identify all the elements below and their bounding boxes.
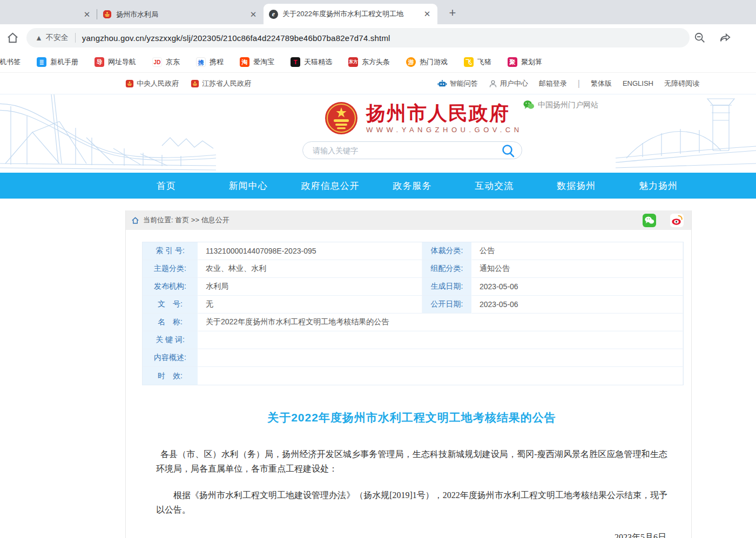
link-english[interactable]: ENGLISH: [623, 79, 653, 87]
meta-pub-date-value: 2023-05-06: [472, 296, 683, 314]
wechat-icon: [523, 100, 535, 110]
games-favicon: 游: [406, 57, 416, 67]
nav-news-center[interactable]: 新闻中心: [207, 173, 289, 199]
meta-keywords-label: 关 键 词:: [143, 331, 198, 349]
omnibox-divider: [75, 33, 76, 43]
meta-group-value: 通知公告: [472, 260, 683, 278]
nav-government-services[interactable]: 政务服务: [372, 173, 454, 199]
nav-charming-yangzhou[interactable]: 魅力扬州: [617, 173, 699, 199]
meta-org-label: 发布机构:: [143, 278, 198, 296]
bookmark-hot-games[interactable]: 游热门游戏: [406, 57, 448, 67]
article-paragraph: 各县（市、区）水利（务）局，扬州经济开发区城乡事务管理局，生态科技新城规划建设局…: [156, 447, 667, 476]
site-favicon-icon: e: [269, 10, 278, 19]
link-central-government[interactable]: 中央人民政府: [125, 79, 179, 88]
meta-doc-no-label: 文 号:: [143, 296, 198, 314]
link-jiangsu-government[interactable]: 江苏省人民政府: [191, 79, 251, 88]
national-emblem-logo: [324, 101, 359, 135]
tmall-favicon: T: [291, 57, 300, 67]
meta-keywords-value: [198, 331, 683, 349]
nav-government-info[interactable]: 政府信息公开: [289, 173, 372, 199]
bookmark-jd[interactable]: JD京东: [152, 57, 180, 67]
user-icon: [489, 79, 497, 88]
taobao-favicon: 淘: [240, 57, 249, 67]
bookmark-tmall[interactable]: T天猫精选: [291, 57, 332, 67]
url-input[interactable]: ▲ 不安全 yangzhou.gov.cn/yzszxxgk/slj/20230…: [26, 28, 690, 47]
nav-interaction[interactable]: 互动交流: [453, 173, 535, 199]
bookmark-phone-bookmarks[interactable]: 机书签: [0, 57, 21, 67]
not-secure-label[interactable]: 不安全: [46, 33, 69, 43]
warning-icon: ▲: [35, 33, 43, 42]
nav-data-yangzhou[interactable]: 数据扬州: [535, 173, 617, 199]
bookmark-url-navigation[interactable]: 导网址导航: [94, 57, 136, 67]
bookmark-fliggy[interactable]: 飞飞猪: [464, 57, 491, 67]
tab-close-icon[interactable]: ✕: [422, 9, 432, 19]
portal-label[interactable]: 中国扬州门户网站: [523, 100, 598, 110]
meta-index-label: 索 引 号:: [143, 242, 198, 260]
meta-org-value: 水利局: [198, 278, 422, 296]
link-traditional-chinese[interactable]: 繁体版: [591, 79, 612, 88]
meta-genre-value: 公告: [472, 242, 683, 260]
bookmarks-bar: 机书签 ≣新机手册 导网址导航 JD京东 携携程 淘爱淘宝 T天猫精选 东方东方…: [0, 51, 756, 73]
meta-name-label: 名 称:: [143, 314, 198, 331]
breadcrumb: 当前位置: 首页 >> 信息公开: [126, 210, 691, 230]
link-accessibility[interactable]: 无障碍阅读: [664, 79, 699, 88]
meta-validity-label: 时 效:: [143, 367, 198, 385]
bookmark-juhuasuan[interactable]: 聚聚划算: [508, 57, 542, 67]
link-mail-login[interactable]: 邮箱登录: [539, 79, 567, 88]
wechat-share-icon[interactable]: [643, 214, 656, 227]
meta-gen-date-label: 生成日期:: [422, 278, 472, 296]
content-container: 当前位置: 首页 >> 信息公开 索 引 号: 1132100001440709…: [125, 210, 692, 538]
site-header-banner: 扬州市人民政府 WWW.YANGZHOU.GOV.CN 中国扬州门户网站: [0, 94, 756, 173]
article-title: 关于2022年度扬州市水利工程文明工地考核结果的公告: [156, 410, 667, 425]
robot-icon: [437, 79, 447, 88]
meta-summary-label: 内容概述:: [143, 349, 198, 367]
meta-validity-value: [198, 367, 683, 385]
url-text[interactable]: yangzhou.gov.cn/yzszxxgk/slj/202305/210c…: [82, 33, 390, 43]
meta-group-label: 组配分类:: [422, 260, 472, 278]
zoom-out-icon[interactable]: [694, 32, 706, 44]
tab-close-icon[interactable]: ✕: [248, 10, 258, 19]
site-name: 扬州市人民政府: [366, 103, 523, 124]
meta-doc-no-value: 无: [198, 296, 422, 314]
bookmark-new-phone-manual[interactable]: ≣新机手册: [37, 57, 78, 67]
navigation-favicon: 导: [94, 57, 104, 67]
tab-close-icon[interactable]: ✕: [82, 10, 92, 19]
main-navigation: 首页 新闻中心 政府信息公开 政务服务 互动交流 数据扬州 魅力扬州: [0, 173, 756, 199]
home-icon[interactable]: [6, 32, 19, 44]
national-emblem-icon: [191, 79, 199, 88]
breadcrumb-text[interactable]: 当前位置: 首页 >> 信息公开: [143, 215, 230, 225]
search-icon[interactable]: [501, 144, 515, 158]
link-user-center[interactable]: 用户中心: [489, 79, 528, 88]
tab-3-active-announcement[interactable]: e 关于2022年度扬州市水利工程文明工地 ✕: [264, 4, 437, 24]
ctrip-favicon: 携: [196, 57, 206, 67]
meta-pub-date-label: 公开日期:: [422, 296, 472, 314]
share-icon[interactable]: [719, 32, 732, 44]
tab-1[interactable]: ✕: [0, 4, 97, 24]
search-input[interactable]: [313, 146, 501, 155]
meta-topic-value: 农业、林业、水利: [198, 260, 422, 278]
juhuasuan-favicon: 聚: [508, 57, 517, 67]
site-search-box[interactable]: [302, 141, 522, 159]
bookmark-ctrip[interactable]: 携携程: [196, 57, 224, 67]
breadcrumb-home-icon[interactable]: [131, 216, 139, 224]
meta-summary-value: [198, 349, 683, 367]
site-utility-bar: 中央人民政府 江苏省人民政府 智能问答 用户中心 邮箱登录 | 繁体版 ENGL…: [0, 73, 756, 94]
jd-favicon: JD: [152, 57, 162, 67]
new-tab-button[interactable]: +: [445, 6, 460, 21]
weibo-share-icon[interactable]: [670, 214, 684, 227]
article-paragraph: 根据《扬州市水利工程文明工地建设管理办法》（扬水规[2019]1号），2022年…: [156, 488, 667, 517]
fliggy-favicon: 飞: [464, 57, 474, 67]
browser-address-bar: ▲ 不安全 yangzhou.gov.cn/yzszxxgk/slj/20230…: [0, 24, 756, 51]
utility-divider: |: [578, 79, 580, 88]
bookmark-aitaobao[interactable]: 淘爱淘宝: [240, 57, 274, 67]
article: 关于2022年度扬州市水利工程文明工地考核结果的公告 各县（市、区）水利（务）局…: [126, 410, 691, 538]
meta-topic-label: 主题分类:: [143, 260, 198, 278]
meta-genre-label: 体裁分类:: [422, 242, 472, 260]
national-emblem-icon: [125, 79, 134, 88]
link-smart-qa[interactable]: 智能问答: [437, 79, 478, 88]
site-url: WWW.YANGZHOU.GOV.CN: [366, 126, 523, 134]
tab-2-yangzhou-water-bureau[interactable]: 扬州市水利局 ✕: [97, 4, 264, 24]
bookmark-eastday[interactable]: 东方东方头条: [348, 57, 390, 67]
bridge-sketch-left: [0, 94, 216, 173]
nav-home[interactable]: 首页: [125, 173, 207, 199]
